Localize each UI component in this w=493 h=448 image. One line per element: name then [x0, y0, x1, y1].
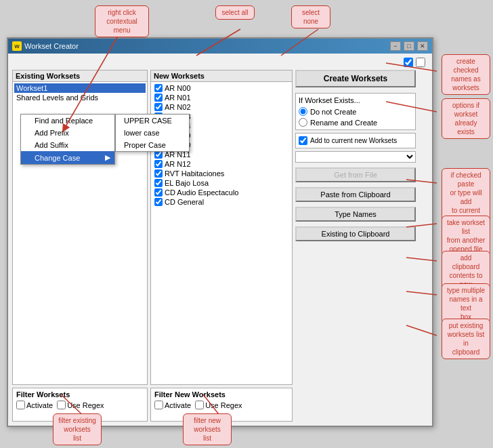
callout-filter-existing: filter existingworksetslist [53, 413, 102, 445]
add-to-current-label: Add to current new Worksets [310, 136, 397, 145]
if-workset-exists-section: If Workset Exists... Do not Create Renam… [295, 93, 416, 130]
right-controls-panel: Create Worksets If Workset Exists... Do … [295, 70, 416, 385]
new-workset-item[interactable]: AR N02 [152, 102, 291, 112]
list-item[interactable]: Workset1 [14, 83, 146, 93]
callout-create-worksets: create checkednames asworksets [442, 54, 490, 95]
submenu: UPPER CASE lower case Proper Case [115, 114, 190, 152]
select-none-checkbox[interactable] [416, 58, 425, 67]
new-workset-item[interactable]: AR N12 [152, 159, 291, 169]
new-workset-item[interactable]: CD General [152, 197, 291, 207]
context-menu-add-prefix[interactable]: Add Prefix [21, 127, 114, 139]
submenu-arrow-icon: ▶ [105, 153, 110, 162]
submenu-lower-case[interactable]: lower case [116, 127, 189, 139]
minimize-button[interactable]: − [390, 41, 401, 51]
callout-options-exists: options ifworkset alreadyexists [442, 98, 490, 139]
type-names-button[interactable]: Type Names [295, 207, 416, 222]
main-window: W Workset Creator − □ ✕ Existing Workset [7, 37, 433, 427]
new-workset-item[interactable]: AR N00 [152, 83, 291, 93]
callout-contextual-menu: right click contextual menu [95, 5, 149, 37]
filter-new-label: Filter New Worksets [154, 390, 288, 399]
add-to-current-checkbox[interactable] [299, 136, 307, 145]
paste-from-clipboard-button[interactable]: Paste from Clipboard [295, 187, 416, 202]
close-button[interactable]: ✕ [417, 41, 428, 51]
callout-put-existing: put existingworksets list inclipboard [442, 319, 490, 359]
window-icon: W [12, 41, 22, 51]
existing-to-clipboard-button[interactable]: Existing to Clipboard [295, 226, 416, 241]
filter-new-activate[interactable]: Activate [154, 401, 191, 409]
existing-worksets-header: Existing Worksets [13, 70, 147, 82]
activate-label: Activate [26, 401, 53, 409]
top-checkbox-row [12, 58, 428, 67]
select-all-checkbox[interactable] [404, 58, 413, 67]
callout-select-all: select all [215, 5, 255, 20]
context-menu-find-replace[interactable]: Find and Replace [21, 115, 114, 127]
new-worksets-header: New Worksets [151, 70, 292, 82]
new-workset-item[interactable]: AR N01 [152, 93, 291, 102]
context-menu: Find and Replace Add Prefix Add Suffix C… [20, 114, 115, 165]
window-title: Workset Creator [24, 42, 79, 50]
add-to-current-section: Add to current new Worksets [295, 133, 416, 148]
filter-spacer [295, 388, 416, 422]
create-worksets-button[interactable]: Create Worksets [295, 70, 416, 87]
submenu-proper-case[interactable]: Proper Case [116, 139, 189, 151]
filter-existing-regex[interactable]: Use Regex [57, 401, 104, 409]
context-menu-change-case[interactable]: Change Case ▶ [21, 151, 114, 164]
radio-rename-and-create[interactable]: Rename and Create [299, 118, 412, 127]
file-dropdown[interactable] [295, 151, 416, 163]
callout-filter-new: filter newworksetslist [183, 413, 232, 445]
new-workset-item[interactable]: CD Audio Espectaculo [152, 188, 291, 197]
new-workset-item[interactable]: RVT Habitaciones [152, 169, 291, 178]
filter-existing-label: Filter Worksets [16, 390, 144, 399]
filter-existing-activate[interactable]: Activate [16, 401, 53, 409]
regex-label-2: Use Regex [205, 401, 242, 409]
list-item[interactable]: Shared Levels and Grids [14, 93, 146, 102]
callout-select-none: select none [291, 5, 330, 28]
new-workset-item[interactable]: EL Bajo Losa [152, 178, 291, 188]
if-workset-label: If Workset Exists... [299, 96, 412, 104]
callout-type-names: type multiplenames in a textbox [442, 283, 490, 324]
regex-label: Use Regex [67, 401, 104, 409]
get-from-file-button[interactable]: Get from File [295, 167, 416, 182]
context-menu-add-suffix[interactable]: Add Suffix [21, 139, 114, 151]
title-bar: W Workset Creator − □ ✕ [8, 39, 432, 54]
filter-new-regex[interactable]: Use Regex [195, 401, 242, 409]
maximize-button[interactable]: □ [404, 41, 414, 51]
radio-do-not-create[interactable]: Do not Create [299, 107, 412, 116]
callout-take-from-file: take workset listfrom anotheropened file [442, 216, 490, 256]
activate-label-2: Activate [165, 401, 191, 409]
submenu-upper-case[interactable]: UPPER CASE [116, 115, 189, 127]
